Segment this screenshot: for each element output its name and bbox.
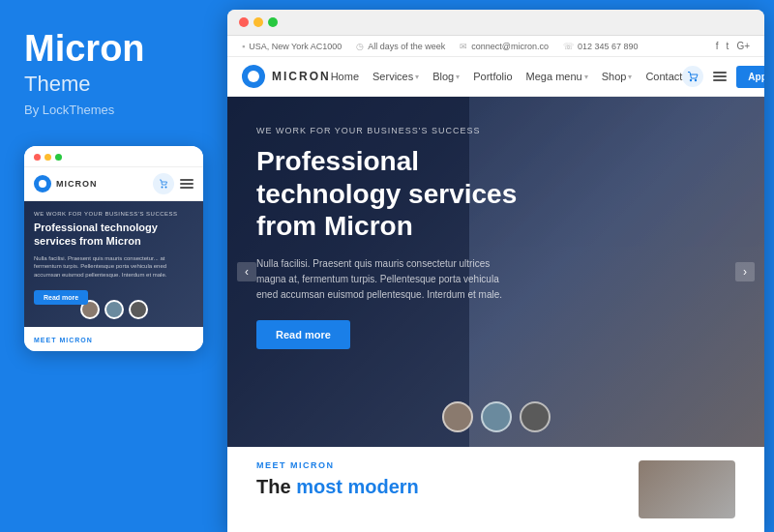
megamenu-chevron: ▾ <box>584 73 588 81</box>
mobile-cart-icon[interactable] <box>153 173 174 194</box>
nav-item-home[interactable]: Home <box>331 71 359 82</box>
site-nav-links: Home Services ▾ Blog ▾ Portfolio Mega me… <box>331 71 683 82</box>
twitter-icon[interactable]: t <box>727 41 729 51</box>
hero-title: Professional technology services from Mi… <box>256 145 521 243</box>
map-icon: ▪ <box>242 42 245 51</box>
topbar-phone: ☏ 012 345 67 890 <box>563 42 639 51</box>
mobile-logo-icon <box>34 175 51 192</box>
topbar-left: ▪ USA, New York AC1000 ◷ All days of the… <box>242 42 639 51</box>
hamburger-menu-icon[interactable] <box>713 72 727 81</box>
appointment-button[interactable]: Appointment <box>736 66 764 88</box>
nav-item-megamenu[interactable]: Mega menu ▾ <box>526 71 588 82</box>
mobile-meet-label: MEET MICRON <box>34 337 194 343</box>
left-panel: Micron Theme By LockThemes MICRON <box>0 0 227 532</box>
meet-image <box>639 460 735 518</box>
browser-dots <box>239 17 278 27</box>
mobile-dots <box>34 154 62 161</box>
brand-by: By LockThemes <box>24 103 203 117</box>
nav-item-contact[interactable]: Contact <box>645 71 682 82</box>
hero-bottom-icon-2 <box>481 401 512 432</box>
mobile-logo-text: MICRON <box>56 179 98 189</box>
hero-tagline: WE WORK FOR YOUR BUSINESS'S SUCCESS <box>256 126 521 135</box>
mobile-dot-green <box>55 154 62 161</box>
nav-item-portfolio[interactable]: Portfolio <box>473 71 512 82</box>
mobile-browser-chrome <box>24 146 203 167</box>
desktop-browser-mockup: ▪ USA, New York AC1000 ◷ All days of the… <box>227 10 764 532</box>
meet-left: MEET MICRON The most modern <box>256 460 619 498</box>
meet-title-part1: The <box>256 476 296 497</box>
topbar-address: ▪ USA, New York AC1000 <box>242 42 342 51</box>
mobile-nav-icons <box>153 173 194 194</box>
site-topbar: ▪ USA, New York AC1000 ◷ All days of the… <box>227 36 764 57</box>
hero-prev-arrow[interactable]: ‹ <box>237 262 256 281</box>
hamburger-line-2 <box>180 183 194 185</box>
svg-point-4 <box>690 79 692 81</box>
meet-label: MEET MICRON <box>256 460 619 470</box>
browser-chrome <box>227 10 764 36</box>
meet-title-blue: most modern <box>296 476 419 497</box>
mobile-logo: MICRON <box>34 175 98 192</box>
svg-point-2 <box>165 187 167 189</box>
meet-section: MEET MICRON The most modern <box>227 447 764 532</box>
svg-point-0 <box>39 180 46 188</box>
hero-description: Nulla facilisi. Praesent quis mauris con… <box>256 256 521 303</box>
mobile-hero-description: Nulla facilisi. Praesent quis mauris con… <box>34 254 194 279</box>
brand-title: Micron <box>24 29 203 70</box>
nav-right-actions: Appointment <box>682 66 764 88</box>
googleplus-icon[interactable]: G+ <box>736 41 750 51</box>
brand-subtitle: Theme <box>24 72 203 97</box>
mobile-hero-content: WE WORK FOR YOUR BUSINESS'S SUCCESS Prof… <box>24 201 203 314</box>
blog-chevron: ▾ <box>456 73 460 81</box>
hamburger-line-1 <box>713 72 727 74</box>
mobile-hero: WE WORK FOR YOUR BUSINESS'S SUCCESS Prof… <box>24 201 203 327</box>
hero-content: WE WORK FOR YOUR BUSINESS'S SUCCESS Prof… <box>227 97 550 369</box>
shop-chevron: ▾ <box>628 73 632 81</box>
nav-item-services[interactable]: Services ▾ <box>372 71 419 82</box>
hero-next-arrow[interactable]: › <box>735 262 755 281</box>
site-hero: ‹ › WE WORK FOR YOUR BUSINESS'S SUCCESS … <box>227 97 764 447</box>
mobile-dot-red <box>34 154 41 161</box>
cart-icon[interactable] <box>682 66 703 87</box>
browser-dot-yellow <box>253 17 263 27</box>
hamburger-line-1 <box>180 179 194 181</box>
site-logo-text: MICRON <box>272 70 331 83</box>
nav-item-shop[interactable]: Shop ▾ <box>602 71 633 82</box>
hamburger-line-2 <box>713 75 727 77</box>
mobile-hamburger-icon[interactable] <box>180 179 194 189</box>
facebook-icon[interactable]: f <box>716 41 719 51</box>
site-logo[interactable]: MICRON <box>242 65 331 88</box>
mobile-dot-yellow <box>45 154 51 161</box>
browser-dot-red <box>239 17 249 27</box>
email-icon: ✉ <box>460 42 467 51</box>
hero-bottom-icon-1 <box>442 401 473 432</box>
svg-point-3 <box>248 71 259 82</box>
site-logo-icon <box>242 65 265 88</box>
hamburger-line-3 <box>180 187 194 189</box>
svg-point-5 <box>695 79 697 81</box>
svg-point-1 <box>162 187 164 189</box>
mobile-meet-section: MEET MICRON <box>24 327 203 351</box>
mobile-read-more-btn[interactable]: Read more <box>34 290 88 305</box>
topbar-email: ✉ connect@micron.co <box>460 42 549 51</box>
hamburger-line-3 <box>713 79 727 81</box>
phone-icon: ☏ <box>563 42 574 51</box>
browser-content: ▪ USA, New York AC1000 ◷ All days of the… <box>227 36 764 532</box>
site-navbar: MICRON Home Services ▾ Blog ▾ Portfolio <box>227 57 764 97</box>
services-chevron: ▾ <box>415 73 419 81</box>
hero-bottom-icon-3 <box>520 401 551 432</box>
topbar-hours: ◷ All days of the week <box>356 42 445 51</box>
mobile-hero-title: Professional technology services from Mi… <box>34 221 194 249</box>
clock-icon: ◷ <box>356 42 364 51</box>
meet-title: The most modern <box>256 475 619 498</box>
mobile-hero-tagline: WE WORK FOR YOUR BUSINESS'S SUCCESS <box>34 211 194 217</box>
brand-info: Micron Theme By LockThemes <box>24 29 203 117</box>
nav-item-blog[interactable]: Blog ▾ <box>432 71 460 82</box>
browser-dot-green <box>268 17 278 27</box>
hero-bottom-icons <box>442 401 551 432</box>
hero-cta-button[interactable]: Read more <box>256 320 350 349</box>
mobile-navbar: MICRON <box>24 167 203 201</box>
topbar-social: f t G+ <box>716 41 750 51</box>
mobile-mockup: MICRON <box>24 146 203 351</box>
